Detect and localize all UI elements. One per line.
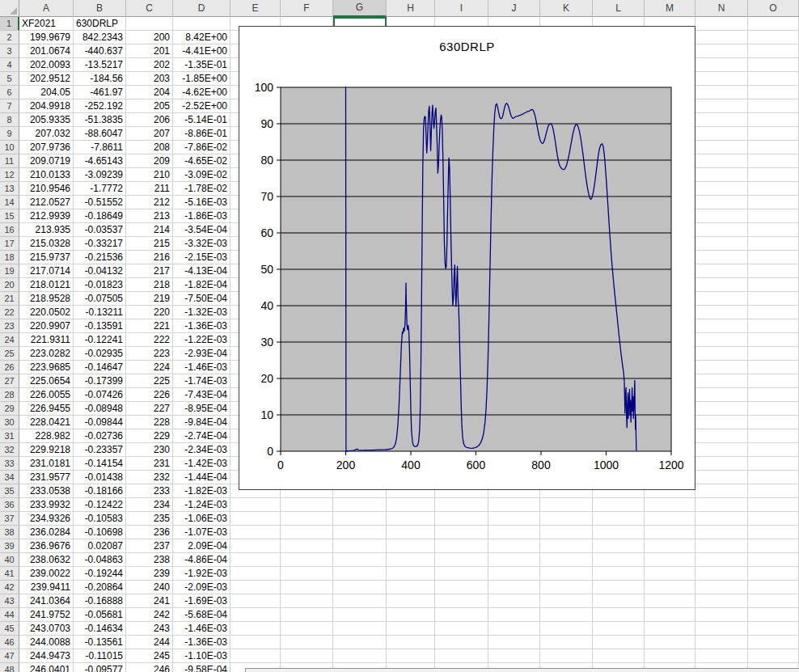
- cell-M46[interactable]: [645, 636, 695, 649]
- cell-C13[interactable]: 211: [126, 182, 173, 196]
- cell-C47[interactable]: 245: [126, 649, 173, 663]
- row-header-25[interactable]: 25: [0, 347, 19, 361]
- row-header-14[interactable]: 14: [0, 196, 19, 209]
- cell-B48[interactable]: -0.09577: [74, 663, 126, 672]
- cell-J44[interactable]: [488, 608, 540, 622]
- cell-E40[interactable]: [230, 553, 281, 567]
- row-header-21[interactable]: 21: [0, 292, 19, 306]
- cell-I47[interactable]: [435, 649, 488, 663]
- cell-N36[interactable]: [695, 498, 748, 512]
- cell-A3[interactable]: 201.0674: [19, 44, 74, 58]
- cell-A40[interactable]: 238.0632: [19, 553, 74, 567]
- cell-C27[interactable]: 225: [126, 374, 173, 388]
- row-header-15[interactable]: 15: [0, 209, 19, 223]
- cell-N22[interactable]: [695, 306, 748, 319]
- cell-B2[interactable]: 842.2343: [74, 31, 126, 44]
- cell-O38[interactable]: [748, 526, 799, 539]
- row-header-41[interactable]: 41: [0, 567, 19, 581]
- row-header-33[interactable]: 33: [0, 457, 19, 471]
- cell-K37[interactable]: [540, 512, 593, 526]
- cell-O16[interactable]: [748, 223, 799, 237]
- cell-N27[interactable]: [695, 374, 748, 388]
- cell-O37[interactable]: [748, 512, 799, 526]
- cell-N38[interactable]: [695, 526, 748, 539]
- cell-D34[interactable]: -1.44E-04: [173, 471, 230, 484]
- row-header-19[interactable]: 19: [0, 264, 19, 278]
- cell-A25[interactable]: 223.0282: [19, 347, 74, 361]
- cell-D8[interactable]: -5.14E-01: [173, 113, 230, 127]
- cell-B42[interactable]: -0.20864: [74, 581, 126, 594]
- cell-N31[interactable]: [695, 429, 748, 443]
- cell-B41[interactable]: -0.19244: [74, 567, 126, 581]
- cell-A28[interactable]: 226.0055: [19, 388, 74, 402]
- cell-N43[interactable]: [695, 594, 748, 608]
- cell-J42[interactable]: [488, 581, 540, 594]
- cell-N25[interactable]: [695, 347, 748, 361]
- cell-C35[interactable]: 233: [126, 484, 173, 498]
- cell-C31[interactable]: 229: [126, 429, 173, 443]
- cell-C9[interactable]: 207: [126, 127, 173, 141]
- cell-N9[interactable]: [695, 127, 748, 141]
- cell-F40[interactable]: [281, 553, 333, 567]
- cell-I43[interactable]: [435, 594, 488, 608]
- cell-F38[interactable]: [281, 526, 333, 539]
- cell-J47[interactable]: [488, 649, 540, 663]
- cell-N15[interactable]: [695, 209, 748, 223]
- cell-D43[interactable]: -1.69E-03: [173, 594, 230, 608]
- cell-I38[interactable]: [435, 526, 488, 539]
- cell-F47[interactable]: [281, 649, 333, 663]
- cell-N28[interactable]: [695, 388, 748, 402]
- cell-K36[interactable]: [540, 498, 593, 512]
- row-header-48[interactable]: 48: [0, 663, 19, 672]
- cell-E42[interactable]: [230, 581, 281, 594]
- cell-A2[interactable]: 199.9679: [19, 31, 74, 44]
- cell-B3[interactable]: -440.637: [74, 44, 126, 58]
- cell-B44[interactable]: -0.05681: [74, 608, 126, 622]
- cell-B25[interactable]: -0.02935: [74, 347, 126, 361]
- cell-L42[interactable]: [593, 581, 645, 594]
- cell-D26[interactable]: -1.46E-03: [173, 361, 230, 374]
- cell-G36[interactable]: [333, 498, 387, 512]
- cell-N41[interactable]: [695, 567, 748, 581]
- cell-O12[interactable]: [748, 168, 799, 182]
- cell-A14[interactable]: 212.0527: [19, 196, 74, 209]
- cell-M42[interactable]: [645, 581, 695, 594]
- cell-G37[interactable]: [333, 512, 387, 526]
- cell-B37[interactable]: -0.10583: [74, 512, 126, 526]
- cell-B18[interactable]: -0.21536: [74, 251, 126, 264]
- cell-D3[interactable]: -4.41E+00: [173, 44, 230, 58]
- cell-O32[interactable]: [748, 443, 799, 457]
- cell-A20[interactable]: 218.0121: [19, 278, 74, 292]
- cell-D35[interactable]: -1.82E-03: [173, 484, 230, 498]
- cell-F43[interactable]: [281, 594, 333, 608]
- cell-O44[interactable]: [748, 608, 799, 622]
- cell-C12[interactable]: 210: [126, 168, 173, 182]
- cell-N39[interactable]: [695, 539, 748, 553]
- cell-D5[interactable]: -1.85E+00: [173, 72, 230, 86]
- cell-A41[interactable]: 239.0022: [19, 567, 74, 581]
- cell-C26[interactable]: 224: [126, 361, 173, 374]
- row-header-45[interactable]: 45: [0, 622, 19, 636]
- column-header-E[interactable]: E: [230, 0, 281, 17]
- cell-M40[interactable]: [645, 553, 695, 567]
- cell-B35[interactable]: -0.18166: [74, 484, 126, 498]
- cell-A7[interactable]: 204.9918: [19, 99, 74, 113]
- cell-N24[interactable]: [695, 333, 748, 347]
- cell-M38[interactable]: [645, 526, 695, 539]
- row-header-35[interactable]: 35: [0, 484, 19, 498]
- column-header-A[interactable]: A: [19, 0, 74, 17]
- cell-C4[interactable]: 202: [126, 58, 173, 72]
- cell-C23[interactable]: 221: [126, 319, 173, 333]
- cell-C22[interactable]: 220: [126, 306, 173, 319]
- cell-N34[interactable]: [695, 471, 748, 484]
- chart-630drlp[interactable]: 0102030405060708090100020040060080010001…: [239, 26, 695, 490]
- cell-O4[interactable]: [748, 58, 799, 72]
- cell-G39[interactable]: [333, 539, 387, 553]
- cell-B10[interactable]: -7.8611: [74, 141, 126, 154]
- cell-J38[interactable]: [488, 526, 540, 539]
- cell-D28[interactable]: -7.43E-04: [173, 388, 230, 402]
- cell-L37[interactable]: [593, 512, 645, 526]
- cell-M45[interactable]: [645, 622, 695, 636]
- cell-D12[interactable]: -3.09E-02: [173, 168, 230, 182]
- cell-C3[interactable]: 201: [126, 44, 173, 58]
